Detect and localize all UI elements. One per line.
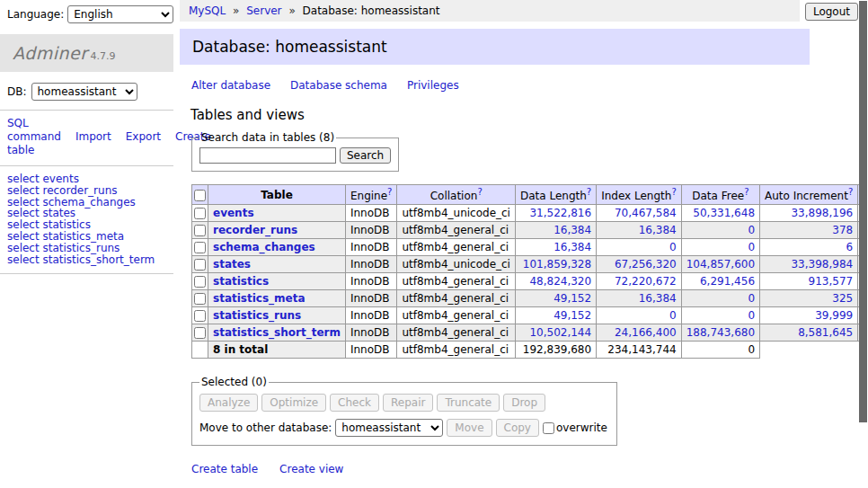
help-link[interactable]: ? (671, 187, 676, 197)
auto-increment-link[interactable]: 325 (832, 292, 853, 305)
index-length-link[interactable]: 0 (669, 309, 677, 322)
help-link[interactable]: ? (387, 187, 392, 197)
auto-increment-link[interactable]: 33,398,984 (791, 258, 853, 271)
database-schema-link[interactable]: Database schema (290, 79, 387, 92)
row-checkbox[interactable] (194, 310, 206, 322)
search-fieldset: Search data in tables (8) Search (191, 131, 399, 172)
repair-button[interactable]: Repair (383, 394, 433, 412)
move-label: Move to other database: (199, 421, 332, 434)
data-length-link[interactable]: 16,384 (554, 241, 591, 253)
breadcrumb-link-mysql[interactable]: MySQL (189, 4, 226, 17)
index-length-link[interactable]: 70,467,584 (615, 207, 677, 219)
data-length-link[interactable]: 49,152 (554, 292, 591, 305)
row-checkbox[interactable] (194, 242, 206, 253)
move-row: Move to other database:homeassistantMove… (199, 419, 607, 437)
language-select[interactable]: English (67, 5, 173, 23)
sidebar-select-statistics-meta[interactable]: select statistics_meta (7, 231, 166, 243)
data-length-link[interactable]: 49,152 (554, 309, 591, 322)
auto-increment-link[interactable]: 33,898,196 (791, 207, 853, 219)
index-length-link[interactable]: 16,384 (639, 224, 677, 236)
sidebar-link-sql-command[interactable]: SQL command (7, 117, 61, 143)
table-row: statistics_short_term InnoDB utf8mb4_gen… (192, 324, 868, 342)
truncate-button[interactable]: Truncate (437, 394, 500, 412)
data-length-link[interactable]: 16,384 (554, 224, 591, 236)
sidebar-link-import[interactable]: Import (75, 130, 111, 143)
search-button[interactable]: Search (340, 147, 391, 164)
data-length-link[interactable]: 10,502,144 (529, 326, 591, 339)
sidebar-select-statistics-runs[interactable]: select statistics_runs (7, 243, 166, 254)
row-checkbox[interactable] (194, 225, 206, 236)
data-free-link[interactable]: 0 (748, 292, 755, 305)
drop-button[interactable]: Drop (503, 394, 545, 412)
help-link[interactable]: ? (477, 187, 482, 197)
index-length-link[interactable]: 24,166,400 (615, 326, 677, 339)
row-checkbox[interactable] (194, 293, 206, 305)
auto-increment-link[interactable]: 913,577 (809, 275, 854, 288)
table-name-link[interactable]: statistics_short_term (213, 326, 341, 339)
table-name-link[interactable]: statistics_meta (213, 292, 306, 305)
help-link[interactable]: ? (587, 187, 591, 197)
help-link[interactable]: ? (744, 187, 748, 197)
table-name-link[interactable]: events (213, 207, 254, 219)
auto-increment-link[interactable]: 8,581,645 (798, 326, 853, 339)
logout-button[interactable]: Logout (805, 3, 858, 21)
auto-increment-link[interactable]: 39,999 (815, 309, 853, 322)
row-checkbox[interactable] (194, 259, 206, 271)
index-length-link[interactable]: 0 (669, 241, 677, 253)
index-length-link[interactable]: 67,256,320 (615, 258, 677, 271)
index-length-link[interactable]: 16,384 (639, 292, 677, 305)
data-free-link[interactable]: 50,331,648 (693, 207, 755, 219)
create-view-link[interactable]: Create view (279, 463, 343, 475)
data-free-link[interactable]: 0 (748, 309, 755, 322)
data-free-link[interactable]: 104,857,600 (686, 258, 755, 271)
breadcrumb-link-server[interactable]: Server (246, 4, 281, 17)
engine-cell: InnoDB (345, 324, 396, 342)
overwrite-checkbox[interactable] (543, 422, 554, 434)
data-free-link[interactable]: 188,743,680 (686, 326, 755, 339)
data-length-link[interactable]: 48,824,320 (529, 275, 591, 288)
create-table-link[interactable]: Create table (191, 463, 258, 475)
table-name-link[interactable]: statistics_runs (213, 309, 301, 322)
help-link[interactable]: ? (848, 187, 853, 197)
optimize-button[interactable]: Optimize (261, 394, 326, 412)
breadcrumb-separator: » (233, 4, 239, 17)
table-name-link[interactable]: statistics (213, 275, 269, 288)
index-length-link[interactable]: 72,220,672 (615, 275, 677, 288)
auto-increment-link[interactable]: 378 (832, 224, 853, 236)
db-select[interactable]: homeassistant (31, 83, 137, 101)
sidebar: Language:English Adminer4.7.9 DB:homeass… (0, 0, 173, 274)
data-free-link[interactable]: 6,291,456 (700, 275, 755, 288)
sidebar-select-recorder-runs[interactable]: select recorder_runs (7, 185, 166, 197)
check-button[interactable]: Check (330, 394, 379, 412)
privileges-link[interactable]: Privileges (407, 79, 459, 92)
sidebar-select-events[interactable]: select events (7, 173, 166, 185)
copy-button[interactable]: Copy (496, 419, 539, 437)
scrollbar-thumb[interactable] (859, 1, 867, 422)
engine-cell: InnoDB (345, 256, 396, 273)
data-length-link[interactable]: 101,859,328 (523, 258, 591, 271)
row-checkbox[interactable] (194, 276, 206, 288)
language-label: Language: (7, 8, 64, 21)
search-input[interactable] (199, 147, 336, 164)
table-name-link[interactable]: schema_changes (213, 241, 315, 253)
row-checkbox[interactable] (194, 208, 206, 219)
table-name-link[interactable]: recorder_runs (213, 224, 297, 236)
data-free-link[interactable]: 0 (748, 241, 755, 253)
data-length-link[interactable]: 31,522,816 (529, 207, 591, 219)
move-button[interactable]: Move (447, 419, 492, 437)
analyze-button[interactable]: Analyze (199, 394, 258, 412)
sidebar-select-statistics-short-term[interactable]: select statistics_short_term (7, 254, 166, 266)
select-all-checkbox[interactable] (194, 190, 206, 201)
collation-cell: utf8mb4_general_ci (397, 290, 516, 307)
auto-increment-link[interactable]: 6 (846, 241, 854, 253)
sidebar-link-export[interactable]: Export (126, 130, 161, 143)
row-checkbox[interactable] (194, 327, 206, 339)
breadcrumb-current: Database: homeassistant (303, 4, 440, 17)
move-database-select[interactable]: homeassistant (335, 419, 443, 437)
alter-database-link[interactable]: Alter database (191, 79, 270, 92)
data-free-link[interactable]: 0 (748, 224, 755, 236)
db-label: DB: (7, 85, 27, 98)
table-name-link[interactable]: states (213, 258, 251, 271)
app-title: Adminer4.7.9 (0, 34, 173, 72)
engine-cell: InnoDB (345, 239, 396, 256)
